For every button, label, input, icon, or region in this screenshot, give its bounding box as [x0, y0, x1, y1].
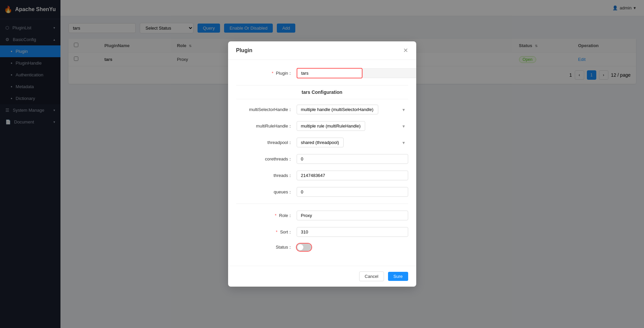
- multi-selector-select[interactable]: multiple handle (multiSelectorHandle): [297, 105, 378, 114]
- plugin-input[interactable]: [297, 68, 362, 78]
- modal-footer: Cancel Sure: [228, 266, 416, 287]
- corethreads-input[interactable]: [297, 154, 408, 164]
- corethreads-label: corethreads：: [236, 156, 297, 162]
- role-row: * Role：: [236, 211, 408, 220]
- sure-button[interactable]: Sure: [388, 272, 408, 281]
- multi-rule-select-wrapper: multiple rule (multiRuleHandle): [297, 121, 408, 131]
- modal-body: * Plugin： tars Configuration multiSelect…: [228, 60, 416, 266]
- threads-input[interactable]: [297, 171, 408, 180]
- modal-overlay: Plugin ✕ * Plugin： tars Configuration mu…: [0, 0, 644, 328]
- config-section-title: tars Configuration: [236, 85, 408, 99]
- corethreads-row: corethreads：: [236, 154, 408, 164]
- threads-label: threads：: [236, 173, 297, 179]
- multi-rule-row: multiRuleHandle： multiple rule (multiRul…: [236, 121, 408, 131]
- cancel-button[interactable]: Cancel: [359, 271, 384, 281]
- multi-rule-label: multiRuleHandle：: [236, 123, 297, 129]
- multi-selector-row: multiSelectorHandle： multiple handle (mu…: [236, 105, 408, 114]
- queues-input[interactable]: [297, 187, 408, 197]
- threadpool-row: threadpool： shared (threadpool): [236, 138, 408, 147]
- modal-header: Plugin ✕: [228, 41, 416, 60]
- role-input[interactable]: [297, 211, 408, 220]
- status-toggle-label: Status：: [236, 244, 297, 250]
- status-toggle[interactable]: [297, 244, 311, 251]
- plugin-field-row: * Plugin：: [236, 68, 408, 78]
- threadpool-select-wrapper: shared (threadpool): [297, 138, 408, 147]
- plugin-modal: Plugin ✕ * Plugin： tars Configuration mu…: [228, 41, 416, 287]
- status-row: Status：: [236, 244, 408, 251]
- multi-selector-select-wrapper: multiple handle (multiSelectorHandle): [297, 105, 408, 114]
- sort-row: * Sort：: [236, 227, 408, 237]
- toggle-slider: [297, 244, 311, 251]
- plugin-label: * Plugin：: [236, 70, 297, 76]
- modal-close-button[interactable]: ✕: [403, 47, 408, 54]
- threadpool-label: threadpool：: [236, 140, 297, 146]
- plugin-readonly-input: [362, 68, 416, 78]
- sort-input[interactable]: [297, 227, 408, 237]
- threads-row: threads：: [236, 171, 408, 180]
- role-label: * Role：: [236, 213, 297, 219]
- threadpool-select[interactable]: shared (threadpool): [297, 138, 344, 147]
- multi-rule-select[interactable]: multiple rule (multiRuleHandle): [297, 121, 365, 131]
- queues-label: queues：: [236, 189, 297, 195]
- sort-label: * Sort：: [236, 229, 297, 235]
- modal-title: Plugin: [236, 47, 253, 53]
- multi-selector-label: multiSelectorHandle：: [236, 107, 297, 113]
- queues-row: queues：: [236, 187, 408, 197]
- status-toggle-wrapper: [297, 244, 311, 251]
